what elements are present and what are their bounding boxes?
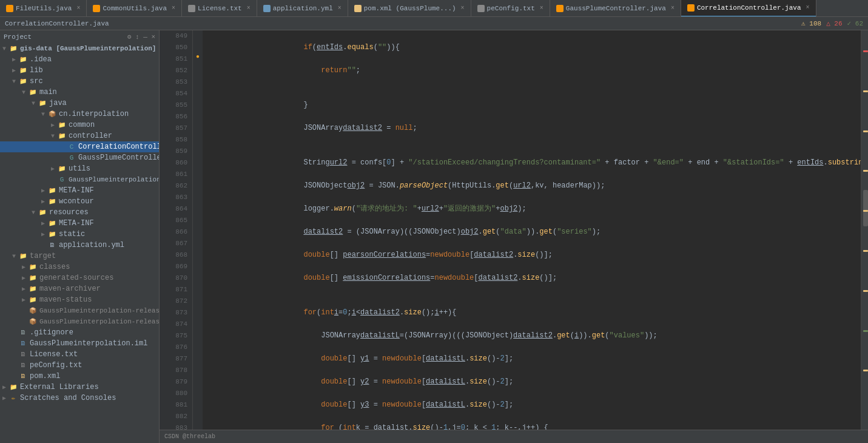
line-num: 879 (160, 376, 192, 388)
tab-java-icon (556, 5, 564, 12)
line-num: 869 (160, 261, 192, 272)
tree-target[interactable]: ▼ 📁 target (0, 251, 159, 262)
tree-gaussplume-controller[interactable]: G GaussPlumeController (0, 152, 159, 163)
tree-src[interactable]: ▼ 📁 src (0, 76, 159, 87)
code-line-858: datalist2 = (JSONArray)((JSONObject)obj2… (207, 226, 856, 249)
tree-controller[interactable]: ▼ 📁 controller (0, 130, 159, 141)
tree-main[interactable]: ▼ 📁 main (0, 87, 159, 98)
tree-root[interactable]: ▼ 📁 gis-data [GaussPlumeinterpolation] F… (0, 43, 159, 54)
tab-correlationcontroller[interactable]: CorrelationController.java × (681, 0, 816, 17)
tab-close[interactable]: × (247, 5, 251, 12)
tree-common[interactable]: ▶ 📁 common (0, 120, 159, 130)
tree-item-label: pom.xml (30, 372, 60, 380)
tree-iml[interactable]: 🗎 GaussPlumeinterpolation.iml (0, 338, 159, 349)
gutter-line (193, 249, 203, 261)
tree-item-label: External Libraries (20, 383, 99, 391)
tree-maven-status[interactable]: ▶ 📁 maven-status (0, 294, 159, 305)
line-num: 880 (160, 388, 192, 399)
tree-idea[interactable]: ▶ 📁 .idea (0, 54, 159, 65)
line-num: 861 (160, 169, 192, 180)
project-label: Project (4, 33, 32, 41)
tree-item-label: common (69, 121, 95, 129)
tree-item-label: maven-status (39, 296, 92, 304)
tab-txt-icon (188, 5, 195, 12)
tree-scratches[interactable]: ▶ ✏ Scratches and Consoles (0, 393, 159, 404)
tree-item-label: META-INF (59, 186, 94, 195)
tree-item-label: lib (30, 66, 43, 75)
tree-external-libs[interactable]: ▶ 📁 External Libraries (0, 382, 159, 393)
gutter-line (193, 307, 203, 319)
tab-close[interactable]: × (461, 5, 465, 12)
code-line-867: for (int k = datalist.size()-1,j=0; k < … (207, 422, 856, 430)
tree-generated[interactable]: ▶ 📁 generated-sources (0, 272, 159, 283)
tab-close[interactable]: × (540, 5, 543, 12)
tree-peconfig[interactable]: 🗎 peConfig.txt (0, 360, 159, 371)
code-line-857: logger.warn("请求的地址为: "+url2+"返回的激据为"+obj… (207, 203, 856, 226)
tree-correlation-controller[interactable]: C CorrelationController (0, 141, 159, 152)
tree-resources[interactable]: ▼ 📁 resources (0, 207, 159, 218)
tree-meta-inf2[interactable]: ▶ 📁 META-INF (0, 218, 159, 229)
right-scrollbar-gutter (861, 30, 868, 430)
tree-item-label: GaussPlumeinterpolation-released.jar (39, 307, 160, 314)
scrollbar-thumb[interactable] (863, 190, 868, 226)
code-content[interactable]: if(entIds.equals("")){ return ""; } JSON… (203, 30, 861, 430)
code-line-859: double[] pearsonCorrelations=new double[… (207, 249, 856, 272)
tab-peconfig[interactable]: peConfig.txt × (471, 0, 550, 17)
line-num: 878 (160, 365, 192, 376)
tab-close[interactable]: × (76, 5, 80, 12)
root-label: gis-data [GaussPlumeinterpolation] (20, 45, 156, 52)
line-num: 865 (160, 215, 192, 226)
line-num: 857 (160, 123, 192, 134)
tree-wcontour[interactable]: ▶ 📁 wcontour (0, 196, 159, 207)
tab-close[interactable]: × (338, 5, 341, 12)
tab-license[interactable]: License.txt × (182, 0, 257, 17)
code-line-849 (207, 30, 856, 42)
tree-meta-inf[interactable]: ▶ 📁 META-INF (0, 185, 159, 196)
tree-app-main[interactable]: G GaussPlumeinterpolationApplic... (0, 174, 159, 185)
gutter-line (193, 296, 203, 307)
tab-commonutils[interactable]: CommonUtils.java × (87, 0, 182, 17)
tree-utils[interactable]: ▶ 📁 utils (0, 163, 159, 174)
tree-classes[interactable]: ▶ 📁 classes (0, 262, 159, 272)
tree-item-label: java (49, 99, 67, 107)
line-num: 874 (160, 319, 192, 330)
tree-java[interactable]: ▼ 📁 java (0, 98, 159, 109)
tree-static[interactable]: ▶ 📁 static (0, 229, 159, 240)
tree-lib[interactable]: ▶ 📁 lib (0, 65, 159, 76)
tree-jar2[interactable]: 📦 GaussPlumeinterpolation-released.jar.o… (0, 316, 159, 327)
tree-item-label: utils (69, 164, 90, 173)
tree-item-label: CorrelationController (78, 143, 160, 151)
tab-close[interactable]: × (671, 5, 675, 12)
gutter-line (193, 100, 203, 111)
line-num: 862 (160, 180, 192, 192)
tree-item-label: .idea (30, 55, 52, 64)
tree-pom[interactable]: 🗎 pom.xml (0, 371, 159, 382)
tree-item-label: GaussPlumeinterpolation.iml (30, 339, 147, 348)
line-num: 849 (160, 30, 192, 42)
code-line-860: double[] emissionCorrelations=new double… (207, 272, 856, 296)
gutter-area: ● (193, 30, 203, 430)
tab-pomxml[interactable]: pom.xml (GaussPlume...) × (348, 0, 471, 17)
tree-appyml[interactable]: 🗎 application.yml (0, 240, 159, 251)
tree-gitignore[interactable]: 🗎 .gitignore (0, 327, 159, 338)
tree-jar1[interactable]: 📦 GaussPlumeinterpolation-released.jar (0, 305, 159, 316)
tree-maven-archiver[interactable]: ▶ 📁 maven-archiver (0, 283, 159, 294)
line-num: 875 (160, 330, 192, 342)
tree-license[interactable]: 🗎 License.txt (0, 349, 159, 360)
gutter-line (193, 30, 203, 42)
scrollbar-track[interactable] (863, 30, 868, 430)
tab-applicationyml[interactable]: application.yml × (257, 0, 348, 17)
tree-cn-interpolation[interactable]: ▼ 📦 cn.interpolation (0, 109, 159, 120)
ok-count: ✓ 62 (847, 19, 863, 27)
warning-indicator (863, 290, 868, 292)
tree-item-label: src (30, 77, 43, 86)
tab-close[interactable]: × (172, 5, 175, 12)
line-num: 883 (160, 422, 192, 430)
tab-close-active[interactable]: × (806, 4, 810, 11)
tree-item-label: peConfig.txt (30, 361, 82, 370)
tree-item-label: GaussPlumeinterpolationApplic... (69, 176, 160, 183)
csdn-watermark: CSDN @threelab (164, 433, 215, 440)
tab-fileutils[interactable]: FileUtils.java × (0, 0, 87, 17)
tab-gaussplume[interactable]: GaussPlumeController.java × (550, 0, 681, 17)
line-num: 871 (160, 284, 192, 296)
